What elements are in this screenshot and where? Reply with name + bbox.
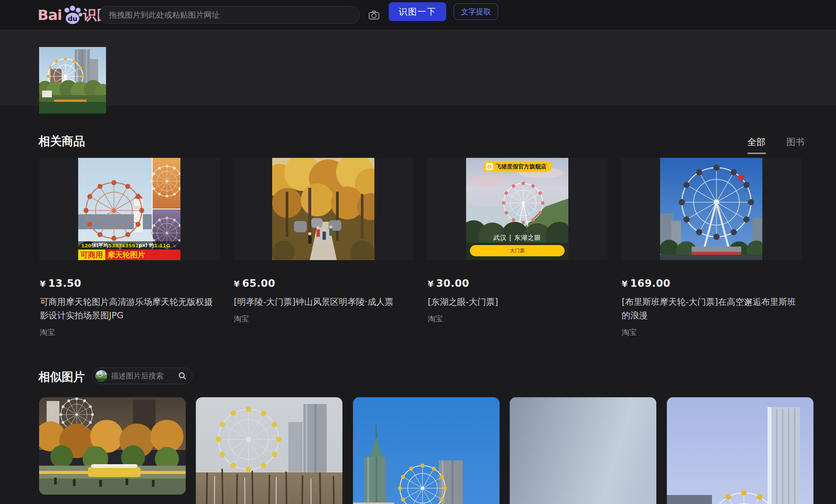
shop-badge-label: 飞猪度假官方旗舰店 — [496, 163, 547, 170]
similar-image-3[interactable] — [353, 397, 500, 504]
product-source: 淘宝 — [233, 314, 413, 324]
similar-image-4[interactable] — [510, 397, 656, 504]
tab-all-label: 全部 — [747, 137, 765, 147]
product-title: [明孝陵-大门票]钟山风景区明孝陵·成人票 — [233, 295, 413, 309]
query-thumbnail-avatar — [95, 370, 107, 382]
ticket-pill: 大门票 — [470, 245, 565, 256]
photo-caption: 武汉 | 东湖之眼 — [466, 233, 568, 242]
product-source: 淘宝 — [621, 327, 801, 338]
tab-books[interactable]: 图书 — [786, 136, 804, 148]
product-image-3[interactable]: 飞猪度假官方旗舰店 武汉 | 东湖之眼 大门票 — [427, 158, 607, 260]
similar-image-2[interactable] — [196, 397, 342, 504]
product-price: ¥30.00 — [427, 277, 607, 289]
product-card[interactable]: ¥169.00 [布里斯班摩天轮-大门票]在高空邂逅布里斯班的浪漫 淘宝 — [621, 158, 801, 338]
product-title: [东湖之眼-大门票] — [427, 295, 607, 309]
product-image-1[interactable]: 120张(平均5387x3591px) 约1.11G 可商用摩天轮图片 — [39, 158, 220, 260]
describe-search-box — [92, 368, 192, 384]
product-source: 淘宝 — [39, 327, 220, 338]
recognize-button[interactable]: 识图一下 — [389, 2, 446, 21]
fliggy-pig-icon — [486, 163, 493, 170]
query-image — [39, 47, 106, 114]
shop-badge: 飞猪度假官方旗舰店 — [483, 161, 552, 172]
photo-pack-stats: 120张(平均5387x3591px) 约1.11G — [78, 241, 180, 250]
logo-du-text: du — [68, 15, 77, 23]
photo-banner: 可商用摩天轮图片 — [78, 250, 180, 260]
product-title: 可商用摩天轮图片高清游乐场摩天轮无版权摄影设计实拍场景图JPG — [39, 295, 219, 322]
describe-search-input[interactable] — [107, 371, 178, 380]
product-card[interactable]: 飞猪度假官方旗舰店 武汉 | 东湖之眼 大门票 ¥30.00 [东湖之眼-大门票… — [427, 158, 607, 324]
camera-upload-button[interactable] — [363, 6, 385, 24]
product-title: [布里斯班摩天轮-大门票]在高空邂逅布里斯班的浪漫 — [621, 295, 801, 322]
similar-image-5[interactable] — [667, 397, 813, 504]
product-price: ¥65.00 — [233, 277, 413, 289]
query-thumbnail[interactable] — [39, 47, 106, 114]
active-tab-underline — [747, 153, 766, 154]
tab-all[interactable]: 全部 — [747, 136, 765, 148]
product-card[interactable]: ¥65.00 [明孝陵-大门票]钟山风景区明孝陵·成人票 淘宝 — [233, 158, 413, 324]
search-icon[interactable] — [178, 371, 187, 380]
tab-books-label: 图书 — [786, 137, 804, 147]
similar-image-1[interactable] — [39, 397, 186, 495]
header-bar: Bai du 识图 识图一下 文字提取 — [0, 0, 836, 30]
related-products-title: 相关商品 — [38, 133, 85, 149]
product-image-2[interactable] — [233, 158, 413, 260]
product-price: ¥13.50 — [39, 277, 220, 289]
upload-strip — [0, 30, 836, 106]
product-source: 淘宝 — [427, 314, 607, 324]
baidu-paw-icon: du — [62, 5, 83, 25]
image-url-input[interactable] — [99, 6, 360, 24]
product-card[interactable]: 120张(平均5387x3591px) 约1.11G 可商用摩天轮图片 ¥13.… — [39, 158, 220, 338]
product-price: ¥169.00 — [621, 277, 801, 289]
similar-images-title: 相似图片 — [38, 369, 85, 385]
camera-icon — [368, 10, 380, 20]
product-image-4[interactable] — [621, 158, 801, 260]
logo-bai-text: Bai — [38, 7, 62, 23]
text-extract-button[interactable]: 文字提取 — [454, 3, 498, 20]
